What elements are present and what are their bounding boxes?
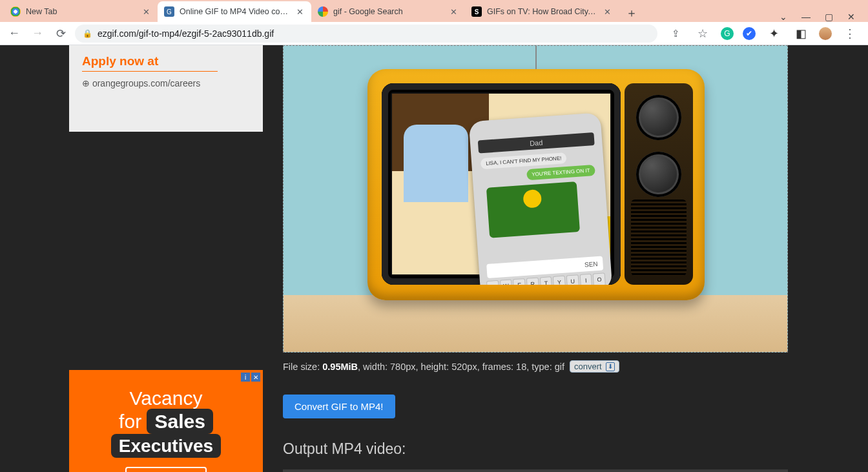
msg-image: [486, 181, 580, 238]
tab-new[interactable]: New Tab ✕: [4, 1, 158, 22]
speaker-grill: [631, 200, 687, 276]
tab-ezgif[interactable]: G Online GIF to MP4 Video convert ✕: [158, 1, 311, 22]
dial-icon: [636, 95, 681, 140]
tab-google[interactable]: gif - Google Search ✕: [311, 1, 465, 22]
ad-badge: i ✕: [241, 373, 260, 382]
file-meta: File size: 0.95MiB, width: 780px, height…: [283, 360, 789, 373]
reload-button[interactable]: ⟳: [52, 25, 70, 43]
ad-side[interactable]: i ✕ Vacancy for Sales Executives ■ ORANG…: [69, 370, 263, 472]
toolbar-icons: ⇪ ☆ G ✔ ✦ ◧ ⋮: [663, 25, 863, 43]
star-icon[interactable]: ☆: [694, 25, 712, 43]
tab-title: Online GIF to MP4 Video convert: [180, 7, 289, 16]
close-ad-icon[interactable]: ✕: [251, 373, 260, 382]
lock-icon: 🔒: [83, 29, 92, 38]
ad-site: orangegroups.com/careers: [82, 78, 250, 88]
close-icon[interactable]: ✕: [602, 7, 612, 17]
menu-icon[interactable]: ⋮: [841, 25, 859, 43]
close-icon[interactable]: ✕: [141, 7, 151, 17]
share-icon[interactable]: ⇪: [666, 25, 685, 43]
close-window-button[interactable]: ✕: [847, 12, 855, 22]
bluecheck-icon[interactable]: ✔: [743, 27, 756, 40]
url-text: ezgif.com/gif-to-mp4/ezgif-5-2ac93011db.…: [98, 28, 274, 39]
window-controls: ⌄ — ▢ ✕: [770, 12, 864, 22]
ad-brand: ■ ORANGE GROUP: [125, 467, 206, 472]
page-viewport: Apply now at orangegroups.com/careers i …: [0, 45, 868, 472]
filesize-value: 0.95MiB: [322, 362, 358, 372]
main-column: Dad LISA, I CAN'T FIND MY PHONE! YOU'RE …: [283, 45, 789, 472]
convert-badge[interactable]: convert ⬇: [570, 360, 619, 373]
phone-header: Dad: [478, 132, 595, 154]
maximize-button[interactable]: ▢: [825, 12, 833, 22]
avatar[interactable]: [819, 27, 832, 40]
chevron-down-icon[interactable]: ⌄: [780, 12, 787, 22]
address-bar: ← → ⟳ 🔒 ezgif.com/gif-to-mp4/ezgif-5-2ac…: [0, 22, 868, 45]
browser-chrome: New Tab ✕ G Online GIF to MP4 Video conv…: [0, 0, 868, 45]
ad-text: Vacancy for Sales Executives: [81, 388, 251, 458]
tab-title: gif - Google Search: [333, 7, 443, 16]
chrome-icon: [10, 6, 21, 17]
ad-top[interactable]: Apply now at orangegroups.com/careers: [69, 45, 263, 132]
tab-title: New Tab: [26, 7, 136, 16]
forward-button[interactable]: →: [28, 25, 46, 43]
omnibox[interactable]: 🔒 ezgif.com/gif-to-mp4/ezgif-5-2ac93011d…: [75, 25, 657, 43]
tv-illustration: Dad LISA, I CAN'T FIND MY PHONE! YOU'RE …: [367, 69, 705, 300]
info-icon[interactable]: i: [241, 373, 250, 382]
minimize-button[interactable]: —: [801, 12, 811, 22]
grammarly-icon[interactable]: G: [721, 27, 734, 40]
sidepanel-icon[interactable]: ◧: [792, 25, 810, 43]
gif-preview: Dad LISA, I CAN'T FIND MY PHONE! YOU'RE …: [283, 45, 788, 353]
convert-label: convert: [574, 362, 602, 371]
msg-outgoing: YOU'RE TEXTING ON IT: [526, 165, 595, 180]
dial-icon: [636, 152, 681, 197]
meta-rest: , width: 780px, height: 520px, frames: 1…: [358, 362, 564, 372]
filesize-label: File size:: [283, 362, 322, 372]
new-tab-button[interactable]: ＋: [623, 4, 641, 22]
tv-panel: [625, 83, 693, 285]
tab-article[interactable]: S GIFs on TV: How Broad City, The ✕: [465, 1, 619, 22]
ezgif-icon: G: [164, 6, 174, 17]
close-icon[interactable]: ✕: [448, 7, 459, 17]
ad-headline: Apply now at: [82, 54, 218, 72]
convert-button[interactable]: Convert GIF to MP4!: [283, 395, 395, 418]
output-heading: Output MP4 video:: [283, 440, 789, 458]
back-button[interactable]: ←: [5, 25, 23, 43]
download-icon: ⬇: [606, 362, 615, 371]
tab-bar: New Tab ✕ G Online GIF to MP4 Video conv…: [0, 0, 868, 22]
tab-title: GIFs on TV: How Broad City, The: [487, 7, 597, 16]
extensions-icon[interactable]: ✦: [765, 25, 783, 43]
phone-illustration: Dad LISA, I CAN'T FIND MY PHONE! YOU'RE …: [469, 112, 613, 285]
output-box: [283, 469, 788, 472]
s-icon: S: [471, 6, 482, 17]
google-icon: [318, 6, 328, 17]
close-icon[interactable]: ✕: [294, 7, 305, 17]
